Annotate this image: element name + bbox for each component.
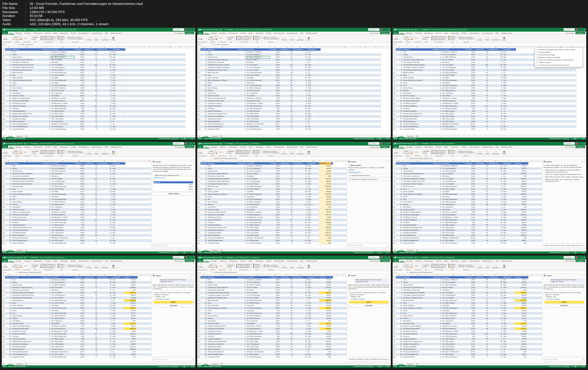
cell[interactable]: 10 Kartons x 12 Stück [246, 97, 270, 100]
insert-cells-button[interactable]: Einfügen▾ [448, 150, 456, 151]
cell[interactable]: 5 [201, 175, 207, 178]
column-letter[interactable]: K [342, 274, 347, 276]
cell[interactable]: 21.00 [75, 304, 85, 307]
cell[interactable]: 15 [5, 87, 12, 89]
cell[interactable]: Grandma's Boysenberry Spread [12, 64, 42, 66]
filter-icon[interactable]: ▾ [206, 163, 207, 164]
cell[interactable]: 21.00 [270, 105, 280, 107]
column-letter[interactable]: H [112, 274, 124, 276]
cell[interactable]: 25 [98, 105, 112, 107]
cell[interactable]: 49 [85, 118, 98, 120]
cell[interactable]: Chef Anton's Gumbo Mix [207, 175, 238, 178]
cell[interactable]: 15 [280, 343, 293, 346]
display-settings-label[interactable]: Anzeigeeinstellungen [354, 252, 366, 253]
add-sheet-button[interactable]: + [221, 135, 223, 137]
close-icon[interactable]: ✕ [584, 275, 585, 276]
cell[interactable]: Tofu [207, 312, 238, 315]
cell[interactable]: 0.00 [515, 320, 527, 322]
display-settings-label[interactable]: Anzeigeeinstellungen [354, 366, 366, 367]
empty-cell[interactable] [527, 214, 542, 216]
cell[interactable]: Pavlova [207, 317, 238, 320]
cell[interactable]: 13 [201, 82, 207, 84]
row-number[interactable]: 31 [197, 353, 201, 356]
context-menu-item[interactable]: Detaillierte Analyseergebnisse mithilfe … [535, 48, 582, 51]
cell[interactable]: 43.90 [270, 232, 280, 234]
cell[interactable]: 0 [293, 351, 307, 353]
cell[interactable]: Mishi Kobe Niku [207, 185, 238, 188]
sheet-tab-kategorie[interactable]: Kategorie [405, 249, 415, 251]
empty-cell[interactable] [319, 118, 381, 120]
column-letter[interactable]: L [350, 46, 360, 48]
ribbon-tab-einfügen[interactable]: Einfügen [405, 32, 414, 34]
cell[interactable]: 12 [5, 79, 12, 82]
cell[interactable]: 17 [476, 281, 489, 284]
row-number[interactable]: 26 [393, 340, 396, 343]
column-header-Artikelname[interactable]: Artikelname▾ [207, 162, 238, 165]
cell-styles-button[interactable]: Zellenformatvorlagen▾ [41, 267, 56, 268]
row-number[interactable]: 18 [2, 206, 5, 209]
cell[interactable]: Nein [112, 183, 124, 185]
cell[interactable]: 24 [280, 196, 293, 198]
cell[interactable]: 30.00 [75, 294, 85, 297]
cell[interactable]: Uncle Bob's Organic Dried Pears [207, 180, 238, 183]
cell[interactable]: Nein [112, 100, 124, 102]
cell[interactable]: 3 [42, 102, 51, 105]
cell[interactable]: 8 [238, 74, 246, 77]
empty-cell[interactable] [136, 330, 151, 333]
column-header-Mindestbestand[interactable]: Mindestbestand▾ [293, 162, 307, 165]
cell[interactable]: 0 [98, 351, 112, 353]
empty-cell[interactable] [527, 211, 542, 214]
cell[interactable]: 2 [42, 56, 51, 59]
cell[interactable]: 3 [433, 100, 442, 102]
cell[interactable]: 1 [433, 281, 442, 284]
cell[interactable]: Ja [307, 320, 319, 322]
cell[interactable]: Queso Manchego La Pastora [207, 193, 238, 196]
cell[interactable]: Tunnbröd [207, 107, 238, 110]
cell[interactable]: 3 [238, 229, 246, 232]
cell[interactable]: Konbu [12, 310, 42, 312]
ribbon-tab-hilfe[interactable]: Hilfe [104, 146, 109, 148]
fill-color-icon[interactable] [214, 153, 215, 154]
cell[interactable]: 7 [5, 294, 12, 297]
row-number[interactable]: 8 [393, 66, 396, 69]
cell[interactable]: 25 [396, 340, 403, 343]
cell[interactable]: 7 [42, 312, 51, 315]
cell[interactable]: Nein [503, 279, 515, 281]
cell[interactable]: 25 [98, 167, 112, 170]
cell[interactable]: 1 [42, 110, 51, 113]
cell[interactable]: 1 kg Paket [246, 304, 270, 307]
row-number[interactable]: 7 [2, 292, 5, 294]
ribbon-tab-einfügen[interactable]: Einfügen [405, 259, 414, 262]
cell[interactable]: Nein [503, 51, 515, 53]
column-letter[interactable]: K [342, 160, 347, 162]
paste-button[interactable]: Einfügen [3, 36, 8, 40]
cell[interactable]: Sir Rodney's Scones [207, 330, 238, 333]
cell[interactable]: 21.35 [75, 289, 85, 292]
cell[interactable]: 8 [238, 125, 246, 128]
column-letter[interactable]: F [85, 274, 98, 276]
cell[interactable]: Ja [307, 234, 319, 237]
page-layout-view-icon[interactable] [565, 366, 566, 367]
cell[interactable]: 49 [476, 118, 489, 120]
cell[interactable]: 5 [433, 221, 442, 224]
cell[interactable]: 30.00 [75, 180, 85, 183]
cell[interactable]: 1 kg Paket [51, 77, 75, 79]
cell[interactable]: 76 [280, 340, 293, 343]
cell[interactable]: 8 [42, 302, 51, 304]
cell[interactable]: 13 [85, 170, 98, 173]
datenanalyse-button[interactable]: Datenanalyse [492, 37, 500, 41]
cell[interactable]: Chai [403, 279, 433, 281]
cell[interactable]: 9.00 [75, 221, 85, 224]
cell[interactable]: 12 x 8-oz-Gläser [51, 178, 75, 180]
cell[interactable]: 25 [5, 340, 12, 343]
cell[interactable]: Nein [112, 188, 124, 191]
sheet-tab-artikel[interactable]: Artikel [397, 249, 405, 251]
cell[interactable]: 10 [201, 74, 207, 77]
empty-cell[interactable] [124, 61, 186, 64]
align-center-icon[interactable]: ≡ [220, 265, 221, 267]
filter-icon[interactable]: ▾ [206, 49, 207, 50]
cell[interactable]: 12 x 8-oz-Gläser [246, 178, 270, 180]
cell[interactable]: Chef Anton's Cajun Seasoning [403, 59, 433, 61]
avatar[interactable] [185, 256, 187, 258]
cell[interactable]: 3,268.00 [515, 307, 527, 310]
